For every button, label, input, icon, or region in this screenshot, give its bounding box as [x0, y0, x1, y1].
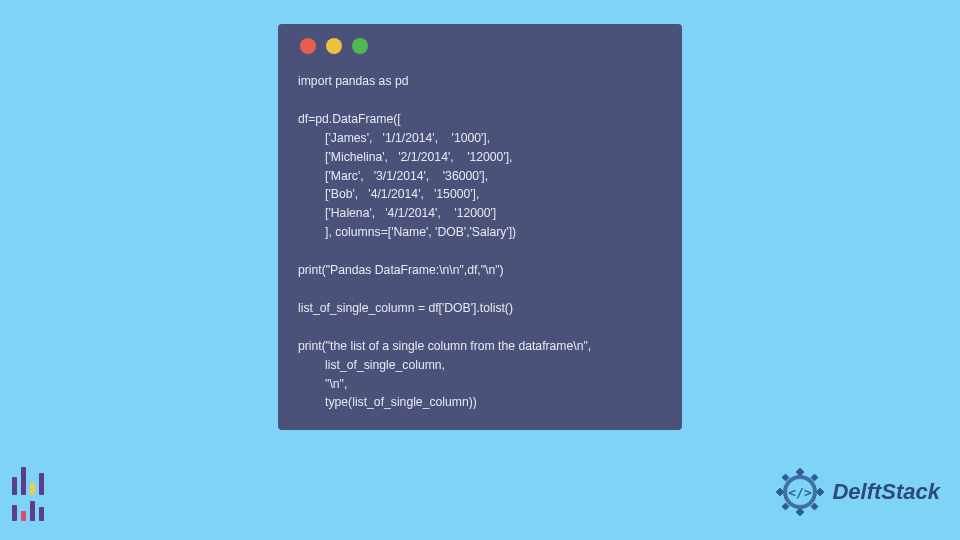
- svg-marker-6: [782, 503, 789, 510]
- gear-icon: </>: [774, 466, 826, 518]
- svg-marker-5: [811, 474, 818, 481]
- svg-text:</>: </>: [789, 485, 813, 500]
- bars-logo-icon: [12, 466, 54, 522]
- maximize-icon[interactable]: [352, 38, 368, 54]
- brand-name: DelftStack: [832, 479, 940, 505]
- svg-marker-1: [796, 508, 804, 516]
- svg-marker-2: [776, 488, 784, 496]
- close-icon[interactable]: [300, 38, 316, 54]
- window-controls: [300, 38, 662, 54]
- brand-logo: </> DelftStack: [774, 466, 940, 518]
- code-content: import pandas as pd df=pd.DataFrame([ ['…: [298, 72, 662, 412]
- svg-marker-7: [811, 503, 818, 510]
- svg-marker-3: [816, 488, 824, 496]
- code-window: import pandas as pd df=pd.DataFrame([ ['…: [278, 24, 682, 430]
- svg-marker-4: [782, 474, 789, 481]
- svg-marker-0: [796, 468, 804, 476]
- minimize-icon[interactable]: [326, 38, 342, 54]
